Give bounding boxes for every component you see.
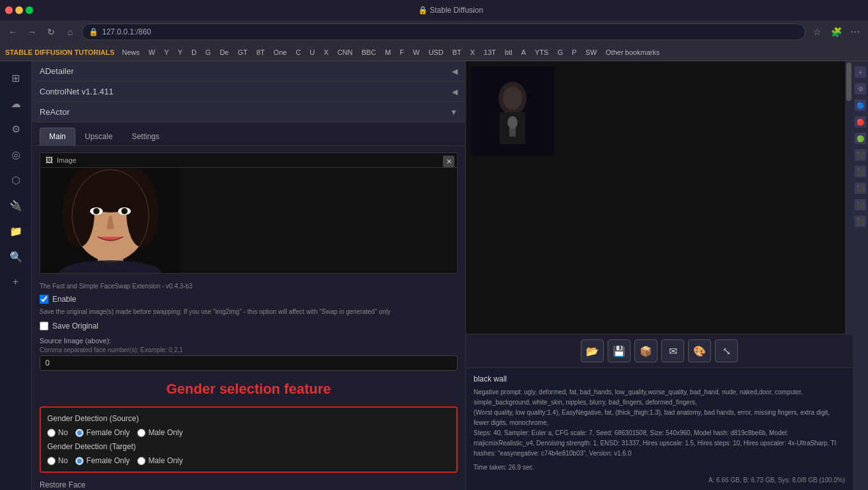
edge-icon-9[interactable]: ⬛ (855, 199, 866, 211)
bookmark-gt[interactable]: GT (234, 47, 251, 57)
bookmark-bt[interactable]: BT (449, 47, 465, 57)
bookmark-de[interactable]: De (216, 47, 232, 57)
edge-icon-4[interactable]: 🔴 (855, 116, 866, 128)
gender-source-male-radio[interactable] (137, 429, 146, 437)
tab-settings[interactable]: Settings (122, 128, 168, 145)
bookmark-yts[interactable]: YTS (531, 47, 552, 57)
sidebar-icon-5[interactable]: ⬡ (4, 168, 27, 191)
edge-icon-8[interactable]: ⬛ (855, 182, 866, 194)
adetailer-header[interactable]: ADetailer ◀ (32, 61, 465, 82)
bookmark-bbc[interactable]: BBC (358, 47, 380, 57)
bookmark-one[interactable]: One (270, 47, 291, 57)
bookmark-g2[interactable]: G (553, 47, 567, 57)
bookmark-d[interactable]: D (188, 47, 200, 57)
title-bar: 🔒 Stable Diffusion (0, 0, 868, 20)
output-scrollbar[interactable] (845, 61, 853, 334)
refresh-button[interactable]: ↻ (43, 24, 59, 40)
gender-source-no-radio[interactable] (47, 429, 56, 437)
gender-target-no[interactable]: No (47, 456, 68, 465)
memory-info: A: 6.66 GB, B: 6.73 GB, Sys: 8.0/8 GB (1… (474, 475, 845, 485)
back-button[interactable]: ← (5, 24, 20, 40)
save-original-checkbox[interactable] (40, 322, 49, 330)
sidebar-icon-8[interactable]: 🔍 (4, 245, 27, 268)
bookmark-y1[interactable]: Y (160, 47, 172, 57)
bookmark-x2[interactable]: X (467, 47, 479, 57)
zip-button[interactable]: 📦 (634, 339, 657, 362)
bookmark-y2[interactable]: Y (174, 47, 186, 57)
bookmark-c[interactable]: C (292, 47, 304, 57)
restore-face-label: Restore Face (40, 480, 458, 489)
url-text: 127.0.0.1:/860 (102, 27, 151, 36)
edge-icon-2[interactable]: ⚙ (855, 83, 866, 94)
source-image-section: Source Image (above): Comma separated fa… (32, 333, 465, 375)
save-button[interactable]: 💾 (608, 339, 631, 362)
close-image-button[interactable]: ✕ (443, 156, 454, 167)
bookmark-usd[interactable]: USD (424, 47, 447, 57)
sidebar-icon-2[interactable]: ☁ (4, 92, 27, 115)
enable-row: Enable (32, 292, 465, 306)
save-original-label[interactable]: Save Original (52, 322, 98, 330)
extension-icon[interactable]: 🧩 (828, 24, 844, 40)
sidebar-icon-9[interactable]: + (4, 271, 27, 293)
star-icon[interactable]: ☆ (809, 24, 825, 40)
gender-source-no[interactable]: No (47, 428, 68, 437)
bookmark-other[interactable]: Other bookmarks (602, 47, 663, 57)
home-button[interactable]: ⌂ (63, 24, 78, 40)
gender-target-female[interactable]: Female Only (75, 456, 130, 465)
edge-icon-5[interactable]: 🟢 (855, 133, 866, 144)
tab-main[interactable]: Main (40, 128, 75, 145)
controlnet-header[interactable]: ControlNet v1.1.411 ◀ (32, 82, 465, 102)
sidebar-icon-3[interactable]: ⚙ (4, 117, 27, 140)
bookmark-w[interactable]: W (145, 47, 159, 57)
gender-target-title: Gender Detection (Target) (47, 442, 450, 451)
move-button[interactable]: ⤡ (715, 339, 738, 362)
bookmark-13t[interactable]: 13T (480, 47, 500, 57)
source-input[interactable] (40, 355, 458, 371)
forward-button[interactable]: → (24, 24, 40, 40)
bookmark-news[interactable]: News (118, 47, 144, 57)
bookmark-p[interactable]: P (568, 47, 580, 57)
reactor-collapse-icon: ▼ (450, 108, 458, 117)
enable-checkbox[interactable] (40, 295, 49, 304)
sidebar-icon-1[interactable]: ⊞ (4, 66, 27, 89)
bookmark-8t[interactable]: 8T (253, 47, 269, 57)
bookmark-m[interactable]: M (381, 47, 394, 57)
bookmark-g[interactable]: G (202, 47, 215, 57)
tab-upscale[interactable]: Upscale (75, 128, 122, 145)
edge-icon-10[interactable]: ⬛ (855, 216, 866, 227)
close-window-button[interactable] (5, 6, 13, 14)
output-title: black wall (474, 373, 845, 385)
bookmark-a[interactable]: A (518, 47, 530, 57)
maximize-window-button[interactable] (26, 6, 33, 14)
menu-button[interactable]: ⋯ (848, 24, 863, 40)
ext-version-text: The Fast and Simple FaceSwap Extension -… (32, 280, 465, 292)
bookmark-sw[interactable]: SW (581, 47, 601, 57)
bookmark-cnn[interactable]: CNN (334, 47, 357, 57)
address-bar[interactable]: 🔒 127.0.0.1:/860 (82, 24, 805, 40)
gender-target-no-radio[interactable] (47, 457, 56, 465)
reactor-header[interactable]: ReActor ▼ (32, 102, 465, 122)
bookmark-btl[interactable]: btl (501, 47, 516, 57)
gender-source-female[interactable]: Female Only (75, 428, 130, 437)
minimize-window-button[interactable] (15, 6, 23, 14)
gender-source-male[interactable]: Male Only (137, 428, 183, 437)
edge-icon-6[interactable]: ⬛ (855, 149, 866, 161)
gender-source-female-radio[interactable] (75, 429, 84, 437)
bookmark-x[interactable]: X (320, 47, 332, 57)
edge-icon-1[interactable]: + (855, 66, 866, 78)
bookmark-w2[interactable]: W (409, 47, 423, 57)
gender-target-male-radio[interactable] (137, 457, 146, 465)
bookmark-u[interactable]: U (306, 47, 318, 57)
edge-icon-3[interactable]: 🔵 (855, 100, 866, 111)
bookmark-f[interactable]: F (396, 47, 408, 57)
send-button[interactable]: ✉ (661, 339, 684, 362)
gender-target-male[interactable]: Male Only (137, 456, 183, 465)
sidebar-icon-6[interactable]: 🔌 (4, 194, 27, 217)
sidebar-icon-7[interactable]: 📁 (4, 219, 27, 242)
sidebar-icon-4[interactable]: ◎ (4, 143, 27, 166)
palette-button[interactable]: 🎨 (688, 339, 711, 362)
gender-target-female-radio[interactable] (75, 457, 84, 465)
open-folder-button[interactable]: 📂 (581, 339, 604, 362)
enable-label[interactable]: Enable (52, 295, 76, 304)
edge-icon-7[interactable]: ⬛ (855, 166, 866, 177)
